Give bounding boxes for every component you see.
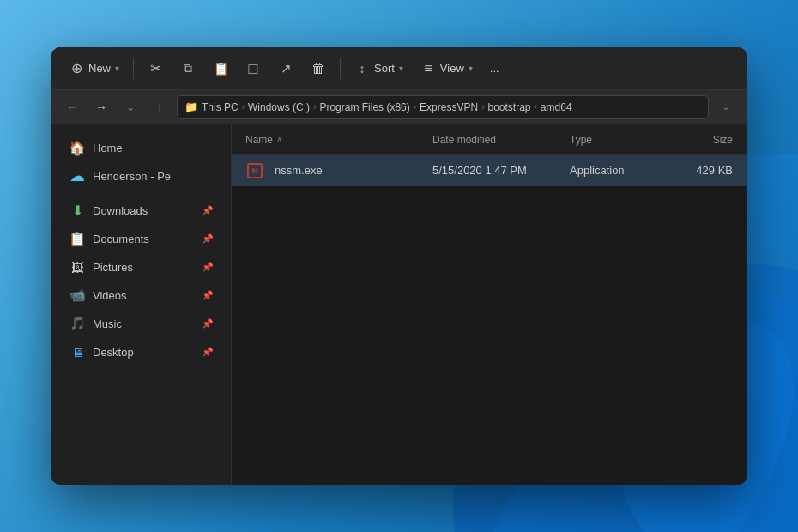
downloads-pin-icon: 📌 (202, 205, 214, 216)
forward-icon: → (95, 100, 107, 114)
new-chevron: ▾ (115, 63, 119, 73)
col-header-name[interactable]: Name ∧ (245, 134, 432, 146)
file-type: Application (570, 164, 625, 177)
view-button[interactable]: ≡ View ▾ (414, 54, 480, 83)
forward-button[interactable]: → (89, 95, 113, 119)
desktop-pin-icon: 📌 (202, 347, 214, 358)
col-header-date[interactable]: Date modified (432, 134, 570, 146)
view-chevron: ▾ (469, 63, 473, 73)
sidebar-item-pictures[interactable]: 🖼 Pictures 📌 (57, 253, 226, 281)
col-header-size[interactable]: Size (664, 134, 733, 146)
path-expressvpn: ExpressVPN (420, 101, 478, 113)
col-header-type[interactable]: Type (570, 134, 664, 146)
path-segment-programfiles: Program Files (x86) (319, 101, 409, 113)
path-bootstrap: bootstrap (487, 101, 530, 113)
more-button[interactable]: ... (483, 54, 506, 83)
address-dropdown-button[interactable]: ⌄ (714, 95, 738, 119)
path-chevron-5: › (535, 102, 537, 112)
paste-button[interactable]: 📋 (206, 54, 235, 83)
sidebar-item-home[interactable]: 🏠 Home (57, 134, 226, 161)
sidebar-item-documents[interactable]: 📋 Documents 📌 (57, 225, 226, 252)
share-button[interactable]: ↗ (271, 54, 300, 83)
address-bar: ← → ⌄ ↑ 📁 This PC › Windows (C:) › Progr… (51, 90, 747, 124)
file-size-cell: 429 KB (664, 164, 733, 177)
file-name: nssm.exe (275, 164, 323, 177)
thispc-folder-icon: 📁 (184, 100, 198, 113)
dropdown-nav-icon: ⌄ (126, 101, 135, 113)
path-chevron-4: › (481, 102, 484, 112)
separator-2 (340, 58, 341, 79)
file-list: Name ∧ Date modified Type Size N (232, 124, 747, 485)
cut-icon: ✂ (148, 61, 163, 76)
col-size-label: Size (713, 134, 733, 146)
sidebar-item-videos[interactable]: 📹 Videos 📌 (57, 281, 226, 309)
view-label: View (440, 62, 464, 75)
new-button[interactable]: ⊕ New ▾ (62, 54, 126, 83)
share-icon: ↗ (278, 61, 293, 76)
file-date-cell: 5/15/2020 1:47 PM (432, 164, 570, 177)
path-segment-drive: Windows (C:) (248, 101, 310, 113)
col-type-label: Type (570, 134, 592, 146)
path-segment-amd64: amd64 (541, 101, 572, 113)
new-icon: ⊕ (69, 61, 84, 76)
sidebar-item-henderson[interactable]: ☁ Henderson - Pe (57, 162, 226, 190)
sort-arrow-icon: ∧ (276, 135, 282, 144)
sort-icon: ↕ (354, 61, 370, 76)
new-label: New (88, 62, 111, 75)
col-name-label: Name (245, 134, 273, 146)
address-dropdown-icon: ⌄ (722, 102, 729, 112)
table-row[interactable]: N nssm.exe 5/15/2020 1:47 PM Application… (232, 155, 747, 186)
file-explorer: ⊕ New ▾ ✂ ⧉ 📋 □ ↗ 🗑 ↕ Sort ▾ ≡ (51, 47, 747, 485)
file-date: 5/15/2020 1:47 PM (432, 164, 527, 177)
documents-pin-icon: 📌 (202, 233, 214, 245)
view-icon: ≡ (420, 61, 436, 76)
more-label: ... (490, 62, 499, 75)
toolbar: ⊕ New ▾ ✂ ⧉ 📋 □ ↗ 🗑 ↕ Sort ▾ ≡ (51, 47, 747, 90)
path-chevron-2: › (313, 102, 316, 112)
sidebar-item-music[interactable]: 🎵 Music 📌 (57, 310, 226, 337)
music-pin-icon: 📌 (202, 318, 214, 329)
videos-pin-icon: 📌 (202, 290, 214, 301)
back-button[interactable]: ← (60, 95, 84, 119)
path-drive: Windows (C:) (248, 101, 310, 113)
sidebar: 🏠 Home ☁ Henderson - Pe ⬇ Downloads 📌 📋 … (51, 124, 232, 485)
sidebar-item-downloads[interactable]: ⬇ Downloads 📌 (57, 196, 226, 224)
delete-button[interactable]: 🗑 (304, 54, 333, 83)
desktop-icon: 🖥 (69, 343, 86, 360)
separator-1 (133, 58, 134, 79)
sidebar-home-label: Home (93, 142, 123, 154)
sort-button[interactable]: ↕ Sort ▾ (348, 54, 410, 83)
rename-button[interactable]: □ (239, 54, 268, 83)
cloud-icon: ☁ (69, 167, 86, 184)
sort-chevron: ▾ (399, 63, 403, 73)
home-icon: 🏠 (69, 139, 86, 156)
path-amd64: amd64 (541, 101, 572, 113)
file-list-header: Name ∧ Date modified Type Size (232, 124, 747, 155)
path-thispc: This PC (202, 101, 239, 113)
file-size: 429 KB (696, 164, 733, 177)
address-path[interactable]: 📁 This PC › Windows (C:) › Program Files… (177, 95, 709, 119)
path-segment-expressvpn: ExpressVPN (420, 101, 478, 113)
documents-icon: 📋 (69, 230, 86, 247)
copy-button[interactable]: ⧉ (173, 54, 203, 83)
pictures-pin-icon: 📌 (202, 262, 214, 273)
path-chevron-3: › (414, 102, 416, 112)
back-icon: ← (66, 100, 78, 114)
delete-icon: 🗑 (311, 61, 326, 76)
sidebar-item-desktop[interactable]: 🖥 Desktop 📌 (57, 338, 226, 366)
paste-icon: 📋 (213, 61, 228, 76)
path-segment-thispc: 📁 This PC (184, 100, 239, 113)
sidebar-pictures-label: Pictures (93, 261, 133, 274)
pictures-icon: 🖼 (69, 258, 86, 275)
dropdown-nav-button[interactable]: ⌄ (118, 95, 142, 119)
cut-button[interactable]: ✂ (141, 54, 170, 83)
sidebar-downloads-label: Downloads (93, 204, 148, 217)
main-content: 🏠 Home ☁ Henderson - Pe ⬇ Downloads 📌 📋 … (51, 124, 747, 485)
up-button[interactable]: ↑ (148, 95, 172, 119)
col-date-label: Date modified (432, 134, 496, 146)
sort-label: Sort (374, 62, 395, 75)
rename-icon: □ (245, 61, 261, 76)
videos-icon: 📹 (69, 287, 86, 304)
sidebar-music-label: Music (93, 317, 122, 330)
exe-file-icon: N (245, 161, 264, 180)
